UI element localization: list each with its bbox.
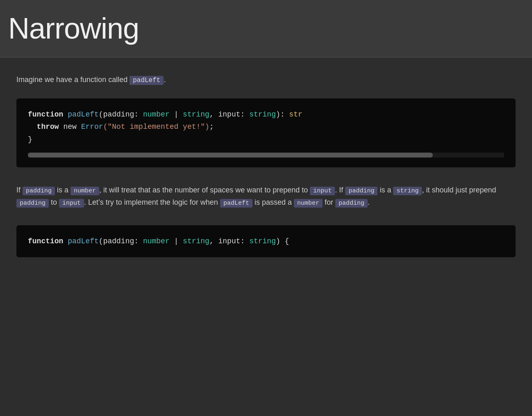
- desc-part7: to: [49, 198, 59, 206]
- close-paren-return: ):: [276, 110, 289, 119]
- pipe-2: |: [170, 237, 183, 245]
- scrollbar-thumb[interactable]: [28, 153, 433, 158]
- error-class: Error: [81, 123, 103, 131]
- fn-name-padleft: padLeft: [68, 110, 99, 119]
- type-string-2: string: [249, 110, 276, 119]
- comma-input: , input:: [209, 110, 249, 119]
- fn-name-padleft-2: padLeft: [68, 237, 99, 245]
- input-code-1: input: [310, 187, 335, 195]
- semicolon: ;: [209, 123, 214, 131]
- return-type-str: str: [289, 110, 302, 119]
- desc-part3: , it will treat that as the number of sp…: [99, 186, 310, 194]
- desc-part4: . If: [335, 186, 345, 194]
- number-code-2: number: [294, 199, 323, 208]
- keyword-new: new: [59, 123, 81, 131]
- type-number-2: number: [143, 237, 170, 245]
- string-content: "Not implemented yet!": [107, 123, 205, 131]
- page-title: Narrowing: [8, 12, 524, 45]
- intro-paragraph: Imagine we have a function called padLef…: [16, 74, 516, 86]
- keyword-function-2: function: [28, 237, 68, 245]
- padding-code-3: padding: [16, 199, 49, 208]
- code-line-3: }: [28, 133, 504, 146]
- type-string-1: string: [183, 110, 209, 119]
- desc-part8: . Let’s try to implement the logic for w…: [84, 198, 220, 206]
- code-block-2: function padLeft(padding: number | strin…: [16, 225, 516, 258]
- desc-part1: If: [16, 186, 23, 194]
- desc-part11: .: [368, 198, 370, 206]
- code-line-2: throw new Error("Not implemented yet!");: [28, 121, 504, 133]
- open-paren-2: (padding:: [99, 237, 143, 245]
- code-line-2-1: function padLeft(padding: number | strin…: [28, 235, 504, 248]
- error-message: ("Not implemented yet!"): [103, 123, 209, 131]
- pipe: |: [170, 110, 183, 119]
- intro-text-before: Imagine we have a function called: [16, 75, 130, 84]
- number-code-1: number: [70, 187, 99, 195]
- padding-code-1: padding: [23, 187, 55, 195]
- code-block-1: function padLeft(padding: number | strin…: [16, 98, 516, 167]
- desc-part10: for: [323, 198, 335, 206]
- type-string-4: string: [249, 237, 276, 245]
- closing-brace: }: [28, 135, 32, 144]
- desc-part2: is a: [55, 186, 70, 194]
- keyword-function: function: [28, 110, 68, 119]
- intro-text-after: .: [164, 75, 166, 84]
- type-number-1: number: [143, 110, 170, 119]
- code-line-1: function padLeft(padding: number | strin…: [28, 108, 504, 121]
- scrollbar-area[interactable]: [28, 153, 504, 158]
- header: Narrowing: [0, 0, 532, 57]
- padleft-inline-code: padLeft: [130, 76, 164, 85]
- main-content: Imagine we have a function called padLef…: [0, 57, 532, 274]
- input-code-2: input: [59, 199, 84, 208]
- padding-code-2: padding: [345, 187, 377, 195]
- keyword-throw: throw: [37, 123, 59, 131]
- comma-input-2: , input:: [209, 237, 249, 245]
- desc-part5: is a: [377, 186, 393, 194]
- desc-part9: is passed a: [252, 198, 294, 206]
- padding-code-4: padding: [335, 199, 368, 208]
- description-paragraph: If padding is a number, it will treat th…: [16, 184, 516, 209]
- padleft-code-2: padLeft: [220, 199, 252, 208]
- open-paren: (padding:: [99, 110, 143, 119]
- close-paren-brace: ) {: [276, 237, 289, 245]
- type-string-3: string: [183, 237, 209, 245]
- desc-part6: , it should just prepend: [422, 186, 496, 194]
- string-code-1: string: [393, 187, 422, 195]
